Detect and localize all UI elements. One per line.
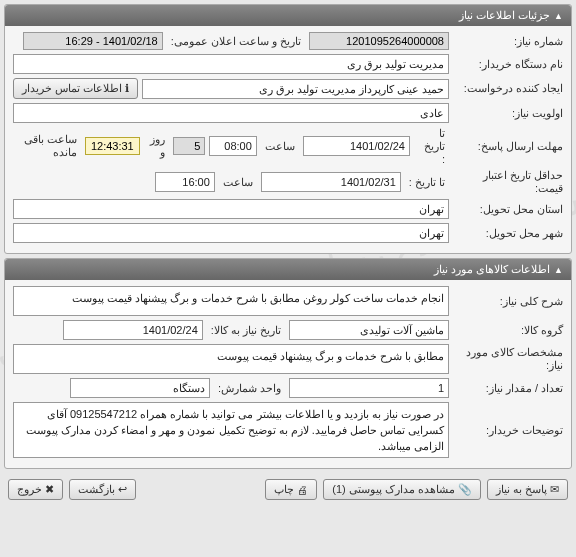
- province-value: تهران: [13, 199, 449, 219]
- goods-info-panel: ▲ اطلاعات کالاهای مورد نیاز شرح کلی نیاز…: [4, 258, 572, 469]
- info-icon: ℹ: [125, 82, 129, 95]
- response-deadline-label: مهلت ارسال پاسخ:: [453, 140, 563, 153]
- buyer-notes-label: توضیحات خریدار:: [453, 424, 563, 437]
- attachments-label: مشاهده مدارک پیوستی (1): [332, 483, 455, 496]
- time-label2: ساعت: [219, 176, 257, 189]
- need-date-label: تاریخ نیاز به کالا:: [207, 324, 285, 337]
- price-valid-date: 1401/02/31: [261, 172, 401, 192]
- countdown-timer: 12:43:31: [85, 137, 140, 155]
- unit-label: واحد شمارش:: [214, 382, 285, 395]
- back-icon: ↩: [118, 483, 127, 496]
- time-label1: ساعت: [261, 140, 299, 153]
- exit-icon: ✖: [45, 483, 54, 496]
- collapse-icon: ▲: [554, 265, 563, 275]
- price-valid-time: 16:00: [155, 172, 215, 192]
- panel1-header[interactable]: ▲ جزئیات اطلاعات نیاز: [5, 5, 571, 26]
- need-details-panel: ▲ جزئیات اطلاعات نیاز شماره نیاز: 120109…: [4, 4, 572, 254]
- days-label: روز و: [144, 133, 169, 159]
- panel2-title: اطلاعات کالاهای مورد نیاز: [434, 263, 550, 276]
- city-label: شهر محل تحویل:: [453, 227, 563, 240]
- attachments-button[interactable]: 📎 مشاهده مدارک پیوستی (1): [323, 479, 481, 500]
- panel2-header[interactable]: ▲ اطلاعات کالاهای مورد نیاز: [5, 259, 571, 280]
- price-valid-label: حداقل تاریخ اعتبار قیمت:: [453, 169, 563, 195]
- print-label: چاپ: [274, 483, 294, 496]
- buyer-value: مدیریت تولید برق ری: [13, 54, 449, 74]
- back-button[interactable]: ↩ بازگشت: [69, 479, 136, 500]
- contact-btn-label: اطلاعات تماس خریدار: [22, 82, 122, 95]
- unit-value: دستگاه: [70, 378, 210, 398]
- attachment-icon: 📎: [458, 483, 472, 496]
- respond-button[interactable]: ✉ پاسخ به نیاز: [487, 479, 568, 500]
- spec-value: مطابق با شرح خدمات و برگ پیشنهاد قیمت پی…: [13, 344, 449, 374]
- desc-label: شرح کلی نیاز:: [453, 295, 563, 308]
- days-value: 5: [173, 137, 205, 155]
- respond-label: پاسخ به نیاز: [496, 483, 547, 496]
- announce-value: 1401/02/18 - 16:29: [23, 32, 163, 50]
- response-date: 1401/02/24: [303, 136, 410, 156]
- exit-label: خروج: [17, 483, 42, 496]
- desc-value: انجام خدمات ساخت کولر روغن مطابق با شرح …: [13, 286, 449, 316]
- exit-button[interactable]: ✖ خروج: [8, 479, 63, 500]
- requester-label: ایجاد کننده درخواست:: [453, 82, 563, 95]
- buyer-notes-value: در صورت نیاز به بازدید و یا اطلاعات بیشت…: [13, 402, 449, 458]
- back-label: بازگشت: [78, 483, 115, 496]
- requester-value: حمید عینی کارپرداز مدیریت تولید برق ری: [142, 79, 449, 99]
- province-label: استان محل تحویل:: [453, 203, 563, 216]
- need-date-value: 1401/02/24: [63, 320, 203, 340]
- panel1-title: جزئیات اطلاعات نیاز: [459, 9, 550, 22]
- qty-label: تعداد / مقدار نیاز:: [453, 382, 563, 395]
- footer-toolbar: ✉ پاسخ به نیاز 📎 مشاهده مدارک پیوستی (1)…: [0, 473, 576, 506]
- spec-label: مشخصات کالای مورد نیاز:: [453, 346, 563, 372]
- collapse-icon: ▲: [554, 11, 563, 21]
- city-value: تهران: [13, 223, 449, 243]
- need-no-label: شماره نیاز:: [453, 35, 563, 48]
- until-date-label2: تا تاریخ :: [405, 176, 449, 189]
- group-value: ماشین آلات تولیدی: [289, 320, 449, 340]
- contact-buyer-button[interactable]: ℹ اطلاعات تماس خریدار: [13, 78, 138, 99]
- response-time: 08:00: [209, 136, 256, 156]
- until-date-label: تا تاریخ :: [414, 127, 449, 165]
- qty-value: 1: [289, 378, 449, 398]
- priority-label: اولویت نیاز:: [453, 107, 563, 120]
- reply-icon: ✉: [550, 483, 559, 496]
- announce-label: تاریخ و ساعت اعلان عمومی:: [167, 35, 305, 48]
- need-no-value: 1201095264000008: [309, 32, 449, 50]
- print-icon: 🖨: [297, 484, 308, 496]
- buyer-label: نام دستگاه خریدار:: [453, 58, 563, 71]
- priority-value: عادی: [13, 103, 449, 123]
- print-button[interactable]: 🖨 چاپ: [265, 479, 317, 500]
- group-label: گروه کالا:: [453, 324, 563, 337]
- remain-label: ساعت باقی مانده: [13, 133, 81, 159]
